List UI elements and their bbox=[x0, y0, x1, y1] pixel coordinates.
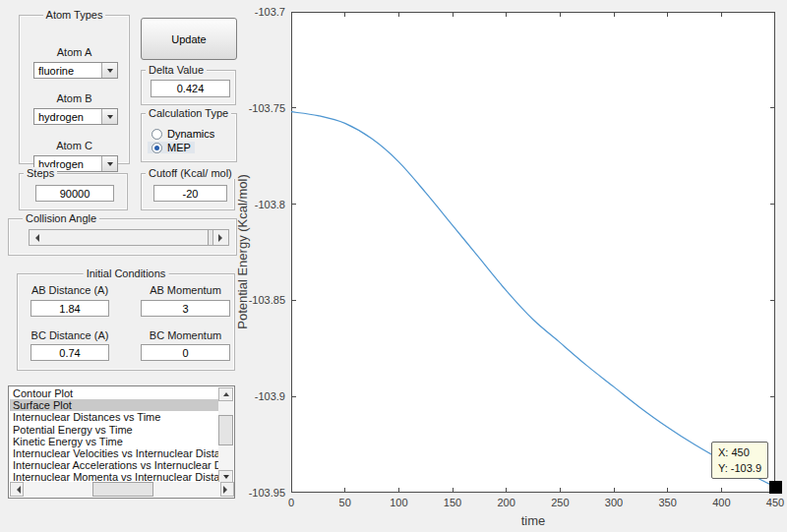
x-tick-label: 400 bbox=[712, 497, 730, 508]
ab-distance-input[interactable] bbox=[30, 300, 109, 317]
initial-conditions-panel: Initial Conditions AB Distance (A) AB Mo… bbox=[17, 273, 235, 371]
scroll-up-icon[interactable] bbox=[218, 387, 233, 401]
bc-momentum-input[interactable] bbox=[141, 344, 230, 361]
collision-angle-panel: Collision Angle bbox=[8, 218, 237, 256]
scroll-right-icon[interactable] bbox=[220, 482, 234, 497]
cutoff-input[interactable] bbox=[153, 185, 227, 202]
list-item[interactable]: Internuclear Velocities vs Internuclear … bbox=[10, 447, 219, 459]
atom-types-panel: Atom Types Atom A fluorine Atom B hydrog… bbox=[19, 15, 130, 164]
list-item[interactable]: Kinetic Energy vs Time bbox=[10, 436, 219, 447]
dropdown-arrow-icon[interactable] bbox=[101, 109, 117, 124]
y-tick-label: -103.7 bbox=[255, 6, 285, 18]
atom-b-dropdown[interactable]: hydrogen bbox=[33, 108, 118, 125]
datatip[interactable]: X: 450 Y: -103.9 bbox=[711, 442, 768, 479]
initial-conditions-title: Initial Conditions bbox=[84, 267, 169, 279]
x-axis-label: time bbox=[521, 513, 546, 528]
datatip-y-value: Y: -103.9 bbox=[718, 460, 761, 476]
slider-thumb[interactable] bbox=[44, 230, 209, 245]
ab-distance-label: AB Distance (A) bbox=[30, 284, 109, 296]
y-tick-label: -103.9 bbox=[255, 390, 285, 402]
list-item[interactable]: Internuclear Distances vs Time bbox=[10, 411, 219, 423]
calculation-type-panel: Calculation Type Dynamics MEP bbox=[141, 113, 237, 162]
collision-angle-slider[interactable] bbox=[29, 229, 229, 246]
vertical-scrollbar[interactable] bbox=[218, 387, 233, 484]
bc-distance-input[interactable] bbox=[30, 344, 109, 361]
x-tick-label: 50 bbox=[339, 497, 351, 508]
delta-value-input[interactable] bbox=[151, 80, 230, 97]
atom-types-title: Atom Types bbox=[43, 9, 106, 21]
steps-input[interactable] bbox=[35, 185, 114, 202]
list-item[interactable]: Potential Energy vs Time bbox=[10, 424, 219, 436]
atom-a-label: Atom A bbox=[20, 46, 129, 58]
horizontal-scrollbar-thumb[interactable] bbox=[92, 482, 153, 497]
delta-value-title: Delta Value bbox=[146, 64, 207, 76]
plot-type-listbox[interactable]: Contour PlotSurface PlotInternuclear Dis… bbox=[8, 385, 235, 499]
ab-momentum-label: AB Momentum bbox=[141, 284, 230, 296]
y-tick-label: -103.95 bbox=[249, 487, 285, 499]
bc-distance-label: BC Distance (A) bbox=[30, 329, 109, 341]
atom-a-dropdown[interactable]: fluorine bbox=[33, 62, 118, 79]
horizontal-scrollbar[interactable] bbox=[10, 482, 234, 497]
x-tick-label: 350 bbox=[658, 497, 676, 508]
ab-momentum-input[interactable] bbox=[141, 300, 230, 317]
x-tick-label: 100 bbox=[390, 497, 407, 508]
x-tick-label: 450 bbox=[766, 497, 784, 508]
cutoff-panel: Cutoff (Kcal/ mol) bbox=[141, 173, 235, 210]
update-button[interactable]: Update bbox=[141, 18, 237, 60]
plot-list-items: Contour PlotSurface PlotInternuclear Dis… bbox=[10, 387, 219, 483]
radio-mep-label: MEP bbox=[167, 142, 191, 153]
atom-a-value: fluorine bbox=[38, 65, 74, 77]
radio-circle-icon bbox=[151, 129, 162, 140]
atom-b-value: hydrogen bbox=[38, 111, 84, 123]
scroll-left-icon[interactable] bbox=[10, 482, 24, 497]
x-tick-label: 200 bbox=[497, 497, 515, 508]
datatip-x-value: X: 450 bbox=[718, 444, 761, 460]
dropdown-arrow-icon[interactable] bbox=[101, 63, 117, 78]
dropdown-arrow-icon[interactable] bbox=[101, 156, 117, 171]
list-item[interactable]: Contour Plot bbox=[10, 387, 219, 399]
plot-area[interactable] bbox=[291, 12, 775, 493]
radio-dynamics-label: Dynamics bbox=[167, 128, 214, 140]
line-chart bbox=[291, 12, 775, 493]
atom-c-label: Atom C bbox=[20, 140, 129, 151]
cutoff-title: Cutoff (Kcal/ mol) bbox=[146, 167, 235, 179]
atom-b-label: Atom B bbox=[20, 92, 129, 104]
radio-circle-icon bbox=[151, 143, 162, 153]
delta-value-panel: Delta Value bbox=[141, 70, 236, 105]
x-tick-label: 250 bbox=[551, 497, 569, 508]
y-tick-label: -103.8 bbox=[255, 199, 285, 210]
list-item[interactable]: Surface Plot bbox=[10, 399, 219, 411]
calculation-type-title: Calculation Type bbox=[146, 107, 231, 119]
slider-right-arrow-icon[interactable] bbox=[212, 230, 228, 245]
datatip-marker[interactable] bbox=[769, 481, 782, 494]
slider-left-arrow-icon[interactable] bbox=[30, 230, 45, 245]
list-item[interactable]: Internuclear Accelerations vs Internucle… bbox=[10, 459, 219, 471]
bc-momentum-label: BC Momentum bbox=[141, 329, 230, 341]
steps-title: Steps bbox=[24, 167, 57, 179]
y-tick-label: -103.85 bbox=[249, 294, 285, 306]
vertical-scrollbar-thumb[interactable] bbox=[218, 415, 233, 445]
steps-panel: Steps bbox=[19, 173, 128, 210]
collision-angle-title: Collision Angle bbox=[23, 212, 99, 224]
x-tick-label: 150 bbox=[444, 497, 461, 508]
radio-dynamics[interactable]: Dynamics bbox=[148, 128, 218, 140]
x-tick-label: 0 bbox=[288, 497, 294, 508]
x-tick-label: 300 bbox=[605, 497, 623, 508]
matlab-figure-window: Potential Energy (Kcal/mol) -103.95-103.… bbox=[0, 0, 787, 532]
radio-mep[interactable]: MEP bbox=[148, 142, 195, 153]
y-tick-label: -103.75 bbox=[249, 102, 285, 114]
